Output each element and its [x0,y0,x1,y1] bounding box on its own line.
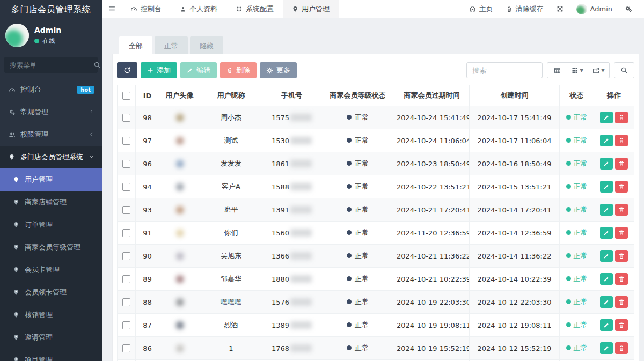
sidebar-item-核销管理[interactable]: 核销管理 [0,304,102,326]
fullscreen-button[interactable] [551,0,569,18]
row-edit-button[interactable] [600,181,613,193]
filter-tab-全部[interactable]: 全部 [119,36,152,55]
row-checkbox[interactable] [122,160,130,168]
row-delete-button[interactable] [615,227,628,239]
status-cell: 正常 [560,198,594,222]
nav-tab-个人资料[interactable]: 个人资料 [171,0,226,18]
pencil-icon [603,207,610,213]
sidebar-toggle-button[interactable] [102,0,121,18]
column-header-商家会员过期时间[interactable]: 商家会员过期时间 [394,85,470,106]
sidebar-item-多门店会员管理系统[interactable]: 多门店会员管理系统 [0,146,102,168]
row-edit-button[interactable] [600,227,613,239]
nav-tab-用户管理[interactable]: 用户管理 [283,0,339,18]
row-checkbox[interactable] [122,344,130,352]
refresh-button[interactable] [117,62,137,78]
export-button[interactable]: ▼ [588,62,610,78]
user-id-cell: 88 [136,291,159,314]
user-menu[interactable]: Admin [571,0,618,18]
row-edit-button[interactable] [600,273,613,285]
search-button[interactable] [614,62,634,78]
row-checkbox[interactable] [122,114,130,122]
column-header-创建时间[interactable]: 创建时间 [470,85,560,106]
status-badge: 正常 [566,252,588,260]
column-header-状态[interactable]: 状态 [560,85,594,106]
column-header-用户昵称[interactable]: 用户昵称 [200,85,262,106]
sidebar-item-商家会员等级管理[interactable]: 商家会员等级管理 [0,236,102,259]
select-all-checkbox[interactable] [122,92,130,100]
pencil-icon [603,160,610,167]
users-table: ID用户头像用户昵称手机号商家会员等级状态商家会员过期时间创建时间状态操作 98… [117,85,634,361]
sidebar-item-控制台[interactable]: 控制台hot [0,78,102,101]
row-edit-button[interactable] [600,204,613,216]
actions-cell [594,268,634,291]
filter-tab-隐藏[interactable]: 隐藏 [190,36,223,55]
home-link[interactable]: 主页 [464,0,499,18]
filter-tab-正常[interactable]: 正常 [155,36,188,55]
nav-tab-控制台[interactable]: 控制台 [121,0,171,18]
row-checkbox[interactable] [122,229,130,237]
row-checkbox[interactable] [122,206,130,214]
sidebar-item-商家店铺管理[interactable]: 商家店铺管理 [0,191,102,213]
clear-cache-button[interactable]: 清除缓存 [501,0,549,18]
column-header-手机号[interactable]: 手机号 [262,85,321,106]
toggle-view-button[interactable] [547,62,567,78]
row-delete-button[interactable] [615,204,628,216]
row-checkbox[interactable] [122,275,130,283]
delete-button[interactable]: 删除 [220,62,257,78]
status-badge: 正常 [566,136,588,144]
row-edit-button[interactable] [600,135,613,146]
sidebar-item-邀请管理[interactable]: 邀请管理 [0,326,102,349]
row-checkbox[interactable] [122,252,130,260]
edit-button[interactable]: 编辑 [180,62,217,78]
sidebar-submenu: 用户管理商家店铺管理订单管理商家会员等级管理会员卡管理会员领卡管理核销管理邀请管… [0,168,102,361]
sidebar-item-会员卡管理[interactable]: 会员卡管理 [0,259,102,281]
row-edit-button[interactable] [600,112,613,123]
menu-search-input[interactable] [10,61,93,69]
status-cell: 正常 [560,245,594,268]
redacted-phone [290,160,312,167]
row-delete-button[interactable] [615,342,628,354]
row-edit-button[interactable] [600,342,613,354]
settings-button[interactable] [620,0,638,18]
row-checkbox[interactable] [122,183,130,191]
sidebar-item-用户管理[interactable]: 用户管理 [0,168,102,191]
sidebar-item-常规管理[interactable]: 常规管理 [0,101,102,123]
row-edit-button[interactable] [600,319,613,331]
row-delete-button[interactable] [615,158,628,170]
sidebar-item-权限管理[interactable]: 权限管理 [0,123,102,146]
row-checkbox[interactable] [122,321,130,329]
level-status-cell: 正常 [321,337,394,360]
row-delete-button[interactable] [615,181,628,193]
trash-icon [506,6,513,12]
sidebar-item-项目管理[interactable]: 项目管理 [0,349,102,361]
column-header-ID[interactable]: ID [136,85,159,106]
row-edit-button[interactable] [600,296,613,308]
row-edit-button[interactable] [600,158,613,170]
sidebar-item-订单管理[interactable]: 订单管理 [0,213,102,236]
columns-button[interactable]: ▼ [567,62,588,78]
user-avatar-cell [159,291,200,314]
status-dot [347,276,352,281]
nav-tab-系统配置[interactable]: 系统配置 [226,0,283,18]
column-header-用户头像[interactable]: 用户头像 [159,85,200,106]
row-delete-button[interactable] [615,250,628,262]
row-delete-button[interactable] [615,112,628,123]
more-button[interactable]: 更多 [260,62,297,78]
phone-cell: 1575 [262,106,321,129]
row-delete-button[interactable] [615,135,628,146]
row-delete-button[interactable] [615,319,628,331]
row-edit-button[interactable] [600,250,613,262]
table-row: 96发发发1861正常2024-10-23 18:50:492024-10-16… [118,152,634,175]
add-button[interactable]: 添加 [141,62,177,78]
table-search-input[interactable] [466,62,543,78]
menu-search[interactable] [4,57,98,73]
row-delete-button[interactable] [615,273,628,285]
sidebar-item-会员领卡管理[interactable]: 会员领卡管理 [0,281,102,304]
row-checkbox[interactable] [122,137,130,145]
row-delete-button[interactable] [615,296,628,308]
create-time-cell: 2024-10-12 15:52:19 [470,337,560,360]
column-header-操作[interactable]: 操作 [594,85,634,106]
row-checkbox[interactable] [122,298,130,306]
column-header-商家会员等级状态[interactable]: 商家会员等级状态 [321,85,394,106]
marker-icon [13,176,25,183]
